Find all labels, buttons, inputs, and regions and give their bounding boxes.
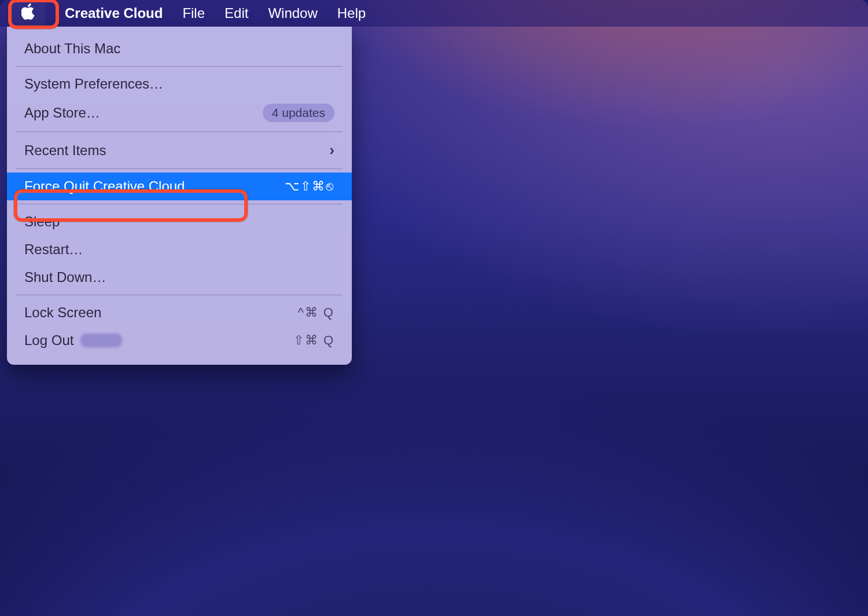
menu-separator: [16, 204, 343, 204]
menu-separator: [16, 66, 343, 67]
menu-item-shut-down[interactable]: Shut Down…: [7, 263, 352, 291]
menu-item-force-quit[interactable]: Force Quit Creative Cloud ⌥⇧⌘⎋: [7, 173, 352, 200]
menubar-item-help[interactable]: Help: [337, 5, 366, 21]
menu-item-label: Lock Screen: [24, 305, 101, 321]
menu-item-lock-screen[interactable]: Lock Screen ^⌘ Q: [7, 299, 352, 327]
menu-bar: Creative Cloud File Edit Window Help: [0, 0, 868, 27]
menu-item-sleep[interactable]: Sleep: [7, 208, 352, 236]
menu-separator: [16, 131, 343, 132]
redacted-username: [80, 333, 122, 347]
menu-item-label: Sleep: [24, 214, 60, 230]
menu-item-app-store[interactable]: App Store… 4 updates: [7, 98, 352, 128]
keyboard-shortcut: ⇧⌘ Q: [293, 333, 334, 348]
menu-item-label: Recent Items: [24, 142, 106, 159]
apple-menu-dropdown: About This Mac System Preferences… App S…: [7, 27, 352, 365]
menubar-item-edit[interactable]: Edit: [225, 5, 248, 21]
keyboard-shortcut: ^⌘ Q: [297, 305, 334, 320]
menu-item-system-preferences[interactable]: System Preferences…: [7, 70, 352, 98]
menubar-item-window[interactable]: Window: [268, 5, 317, 21]
chevron-right-icon: ›: [329, 141, 334, 159]
menu-item-restart[interactable]: Restart…: [7, 236, 352, 263]
menu-item-label: About This Mac: [24, 41, 120, 57]
keyboard-shortcut: ⌥⇧⌘⎋: [285, 179, 334, 194]
apple-menu-button[interactable]: [12, 1, 45, 26]
menu-item-label: Shut Down…: [24, 269, 106, 285]
menubar-item-file[interactable]: File: [182, 5, 205, 21]
apple-logo-icon: [21, 3, 35, 23]
menu-item-label: Force Quit Creative Cloud: [24, 178, 185, 195]
menu-item-about-this-mac[interactable]: About This Mac: [7, 35, 352, 63]
menu-item-log-out[interactable]: Log Out ⇧⌘ Q: [7, 327, 352, 354]
menubar-app-name[interactable]: Creative Cloud: [65, 5, 163, 21]
menu-item-label: Log Out: [24, 332, 73, 349]
menu-item-recent-items[interactable]: Recent Items ›: [7, 135, 352, 165]
menu-item-label: Restart…: [24, 241, 83, 258]
menu-separator: [16, 168, 343, 169]
menu-item-label: System Preferences…: [24, 76, 163, 92]
updates-badge: 4 updates: [263, 104, 334, 122]
menu-separator: [16, 295, 343, 295]
menu-item-label: App Store…: [24, 105, 100, 121]
